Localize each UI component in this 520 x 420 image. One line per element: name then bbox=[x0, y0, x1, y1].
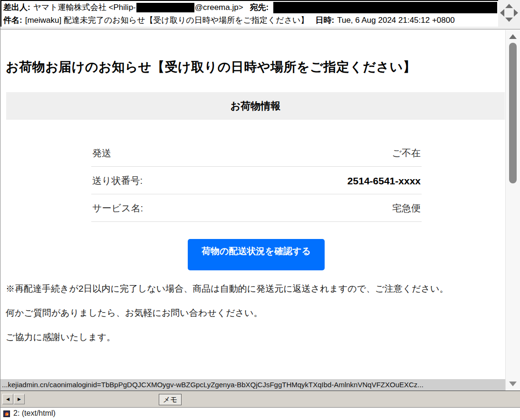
from-row: 差出人: ヤマト運輸株式会社 <Philip- @creema.jp> 宛先: bbox=[1, 1, 498, 14]
message-body: お荷物お届けのお知らせ【受け取りの日時や場所をご指定ください】 お荷物情報 発送… bbox=[1, 30, 505, 379]
scroll-left-icon[interactable] bbox=[500, 9, 504, 17]
from-label: 差出人: bbox=[3, 2, 30, 13]
tab-memo[interactable]: メモ bbox=[159, 394, 182, 405]
scroll-up-icon[interactable] bbox=[505, 4, 513, 8]
date-value: Tue, 6 Aug 2024 21:45:12 +0800 bbox=[337, 16, 455, 25]
current-part-status: 2: (text/html) bbox=[13, 409, 56, 418]
row-label: 発送 bbox=[92, 147, 111, 160]
header-scroll-pad bbox=[498, 0, 520, 27]
date-label: 日時: bbox=[316, 15, 335, 26]
from-domain: @creema.jp> bbox=[195, 3, 243, 12]
package-info-header: お荷物情報 bbox=[6, 92, 505, 120]
vertical-scrollbar[interactable] bbox=[505, 30, 520, 391]
scroll-right-icon[interactable] bbox=[514, 9, 518, 17]
mail-viewer-window: 差出人: ヤマト運輸株式会社 <Philip- @creema.jp> 宛先: … bbox=[0, 0, 520, 420]
shipping-info-table: 発送 ご不在 送り状番号: 2514-6541-xxxx サービス名: 宅急便 bbox=[91, 139, 422, 222]
email-footer-text: ※再配達手続きが2日以内に完了しない場合、商品は自動的に発送元に返送されますので… bbox=[6, 283, 491, 356]
to-label: 宛先: bbox=[250, 2, 269, 13]
track-package-button[interactable]: 荷物の配送状況を確認する bbox=[188, 239, 325, 270]
table-row-service-name: サービス名: 宅急便 bbox=[91, 194, 422, 222]
link-preview-bar: ...kejiadmin.cn/caonimaloginid=TbBpPgDQJ… bbox=[0, 379, 505, 391]
html-part-icon bbox=[3, 410, 10, 417]
from-name: ヤマト運輸株式会社 <Philip- bbox=[33, 2, 136, 13]
table-row-tracking-number: 送り状番号: 2514-6541-xxxx bbox=[91, 167, 422, 194]
redacted-recipient-address bbox=[273, 2, 497, 13]
header-divider bbox=[0, 27, 520, 29]
row-label: サービス名: bbox=[92, 202, 143, 215]
table-row-status: 発送 ご不在 bbox=[91, 139, 422, 167]
part-tab-bar: ◀ ▶ 1: t/plain 2: t/html 0: ヘッダ メモ bbox=[0, 391, 520, 407]
contact-paragraph: 何かご質問がありましたら、お気軽にお問い合わせください。 bbox=[6, 307, 491, 319]
subject-row: 件名: [meiwaku] 配達未完了のお知らせ【受け取りの日時や場所をご指定く… bbox=[1, 14, 498, 27]
status-bar: 2: (text/html) bbox=[0, 407, 520, 420]
scroll-down-icon[interactable] bbox=[505, 18, 513, 22]
notice-paragraph: ※再配達手続きが2日以内に完了しない場合、商品は自動的に発送元に返送されますので… bbox=[6, 283, 491, 295]
row-label: 送り状番号: bbox=[92, 174, 143, 187]
tab-scroll-left-button[interactable]: ◀ bbox=[2, 394, 13, 404]
tab-scroll-right-button[interactable]: ▶ bbox=[14, 394, 25, 404]
thanks-paragraph: ご協力に感謝いたします。 bbox=[6, 332, 491, 343]
subject-value: [meiwaku] 配達未完了のお知らせ【受け取りの日時や場所をご指定ください】 bbox=[25, 15, 309, 26]
subject-label: 件名: bbox=[3, 15, 22, 26]
row-value: ご不在 bbox=[392, 147, 421, 160]
row-value: 2514-6541-xxxx bbox=[347, 175, 421, 187]
mail-header: 差出人: ヤマト運輸株式会社 <Philip- @creema.jp> 宛先: … bbox=[0, 0, 498, 27]
redacted-sender-address bbox=[136, 3, 194, 12]
scrollbar-up-icon[interactable] bbox=[509, 34, 517, 39]
scrollbar-down-icon[interactable] bbox=[509, 382, 517, 386]
row-value: 宅急便 bbox=[392, 202, 421, 215]
email-title: お荷物お届けのお知らせ【受け取りの日時や場所をご指定ください】 bbox=[6, 58, 416, 76]
scrollbar-thumb[interactable] bbox=[509, 43, 517, 183]
